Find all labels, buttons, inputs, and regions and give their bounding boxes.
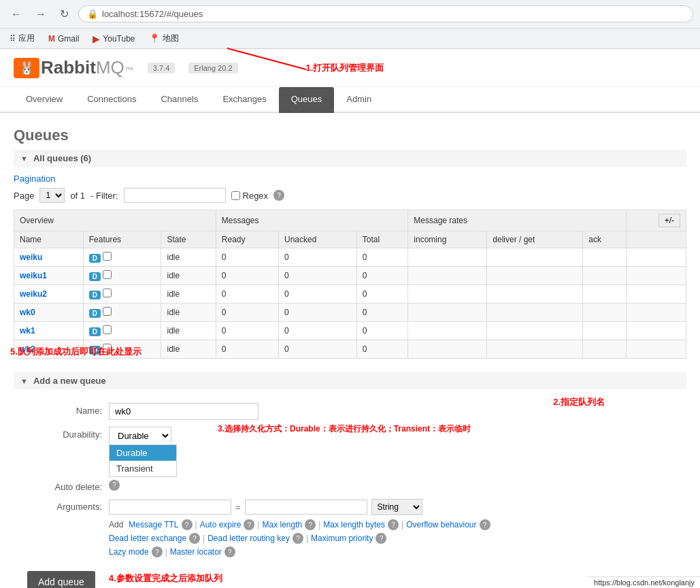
cell-feature: D	[83, 304, 161, 322]
cell-total: 0	[356, 267, 408, 285]
annotation-2: 2.指定队列名	[553, 396, 605, 408]
regex-checkbox[interactable]	[231, 191, 240, 200]
url-text: localhost:15672/#/queues	[102, 9, 203, 19]
cell-ack	[583, 267, 627, 285]
cell-total: 0	[356, 340, 408, 359]
arg-message-ttl[interactable]: Message TTL	[129, 520, 178, 529]
arg-key-input[interactable]	[109, 500, 231, 514]
lock-icon: 🔒	[87, 9, 98, 19]
nav-overview[interactable]: Overview	[14, 87, 75, 113]
th-toggle[interactable]: +/-	[626, 210, 686, 231]
dead-letter-routing-help[interactable]: ?	[293, 533, 303, 544]
master-locator-help[interactable]: ?	[224, 546, 235, 557]
arguments-row: Arguments: = String Integer Boolean	[27, 499, 673, 557]
nav-exchanges[interactable]: Exchanges	[210, 87, 278, 113]
back-button[interactable]: ←	[7, 7, 26, 22]
add-args-section: Add Message TTL ? | Auto expire ? | Max …	[109, 519, 673, 530]
pagination-label[interactable]: Pagination	[14, 174, 686, 184]
arg-max-priority[interactable]: Maximum priority	[311, 534, 373, 543]
cell-unacked: 0	[278, 248, 356, 267]
nav-channels[interactable]: Channels	[148, 87, 210, 113]
cell-unacked: 0	[278, 322, 356, 340]
cell-incoming	[408, 304, 487, 322]
annotation-4: 4.参数设置完成之后添加队列	[109, 572, 222, 585]
arg-auto-expire[interactable]: Auto expire	[200, 520, 241, 529]
table-row[interactable]: wk1 D idle 0 0 0	[14, 322, 686, 340]
th-overview: Overview	[14, 210, 216, 231]
url-bar[interactable]: 🔒 localhost:15672/#/queues	[78, 5, 693, 22]
arg-max-length-bytes[interactable]: Max length bytes	[323, 520, 385, 529]
max-length-help[interactable]: ?	[305, 519, 316, 530]
add-queue-header[interactable]: ▼ Add a new queue	[14, 372, 686, 389]
max-priority-help[interactable]: ?	[376, 533, 386, 544]
th-features: Features	[83, 231, 161, 248]
arg-master-locator[interactable]: Master locator	[170, 547, 222, 557]
page-label: Page	[14, 191, 34, 201]
arg-lazy-mode[interactable]: Lazy mode	[109, 547, 149, 557]
arg-max-length[interactable]: Max length	[262, 520, 302, 529]
bookmark-gmail[interactable]: M Gmail	[46, 33, 82, 45]
forward-button[interactable]: →	[31, 7, 50, 22]
dropdown-durable[interactable]: Durable	[110, 445, 176, 461]
auto-expire-help[interactable]: ?	[244, 519, 254, 530]
bookmark-apps[interactable]: ⠿ 应用	[7, 31, 37, 46]
cell-incoming	[408, 248, 487, 267]
add-label: Add	[109, 520, 123, 529]
refresh-button[interactable]: ↻	[56, 6, 73, 22]
cell-ack	[583, 340, 627, 359]
gmail-icon: M	[48, 34, 55, 44]
cell-deliver	[487, 322, 583, 340]
row-checkbox[interactable]	[103, 289, 112, 297]
arg-dead-letter-exchange[interactable]: Dead letter exchange	[109, 534, 186, 543]
maps-icon: 📍	[149, 33, 160, 44]
main-content: Queues ▼ All queues (6) Pagination Page …	[0, 113, 700, 588]
row-checkbox[interactable]	[103, 325, 112, 334]
table-row[interactable]: weiku D idle 0 0 0	[14, 248, 686, 267]
th-empty	[626, 231, 686, 248]
table-row[interactable]: weiku2 D idle 0 0 0	[14, 285, 686, 304]
name-input[interactable]	[109, 403, 259, 420]
add-queue-button[interactable]: Add queue	[27, 571, 95, 588]
add-args-section-2: Dead letter exchange ? | Dead letter rou…	[109, 533, 673, 544]
cell-name: weiku2	[14, 285, 84, 304]
page-select[interactable]: 1	[39, 188, 65, 203]
row-checkbox[interactable]	[103, 252, 112, 261]
overflow-help[interactable]: ?	[480, 519, 490, 530]
th-messages: Messages	[216, 210, 408, 231]
arg-value-input[interactable]	[245, 500, 367, 514]
regex-help-btn[interactable]: ?	[273, 190, 284, 201]
message-ttl-help[interactable]: ?	[182, 519, 193, 530]
durability-select[interactable]: Durable Transient	[109, 427, 171, 445]
all-queues-header[interactable]: ▼ All queues (6)	[14, 150, 686, 167]
cell-feature: D	[83, 248, 161, 267]
table-row[interactable]: weiku1 D idle 0 0 0	[14, 267, 686, 285]
dropdown-transient[interactable]: Transient	[110, 461, 176, 476]
row-checkbox[interactable]	[103, 270, 112, 279]
table-toggle-btn[interactable]: +/-	[659, 214, 680, 227]
lazy-mode-help[interactable]: ?	[152, 546, 163, 557]
cell-feature: D	[83, 322, 161, 340]
nav-queues[interactable]: Queues	[279, 87, 335, 113]
rmq-erlang: Erlang 20.2	[188, 63, 237, 74]
th-rates: Message rates	[408, 210, 627, 231]
auto-delete-help[interactable]: ?	[109, 480, 120, 491]
arg-overflow-behaviour[interactable]: Overflow behaviour	[406, 520, 476, 529]
row-checkbox[interactable]	[103, 307, 112, 316]
max-length-bytes-help[interactable]: ?	[388, 519, 399, 530]
arg-type-select[interactable]: String Integer Boolean	[371, 499, 422, 515]
cell-total: 0	[356, 322, 408, 340]
durability-label: Durability:	[27, 427, 109, 440]
bookmark-youtube[interactable]: ▶ YouTube	[90, 32, 137, 46]
cell-extra	[626, 285, 686, 304]
arg-dead-letter-routing[interactable]: Dead letter routing key	[207, 534, 290, 543]
queues-table: Overview Messages Message rates +/- Name…	[14, 210, 686, 359]
table-row[interactable]: wk0 D idle 0 0 0	[14, 304, 686, 322]
dead-letter-exchange-help[interactable]: ?	[189, 533, 200, 544]
cell-extra	[626, 322, 686, 340]
cell-extra	[626, 340, 686, 359]
filter-input[interactable]	[124, 188, 226, 203]
bookmark-maps[interactable]: 📍 地图	[146, 31, 182, 46]
nav-connections[interactable]: Connections	[75, 87, 148, 113]
nav-admin[interactable]: Admin	[334, 87, 384, 113]
auto-delete-row: Auto delete: ?	[27, 479, 673, 492]
